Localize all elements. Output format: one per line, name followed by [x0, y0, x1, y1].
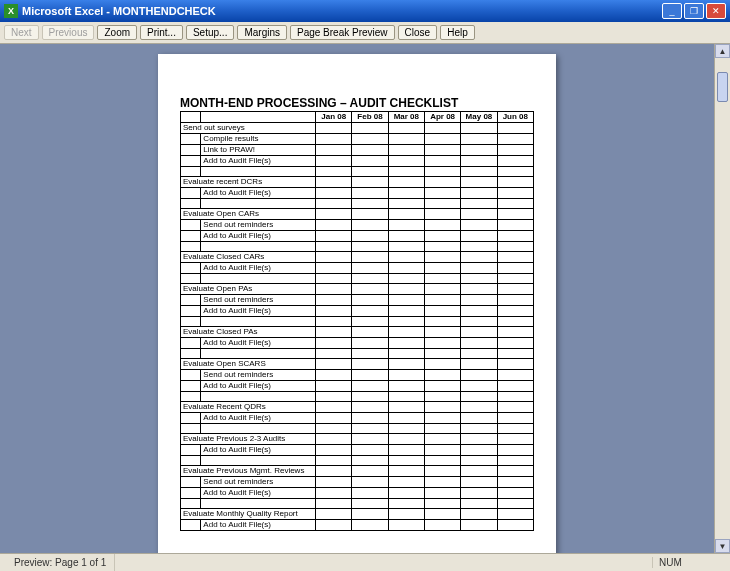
section-cell: Send out surveys — [181, 123, 316, 134]
month-cell — [497, 274, 533, 284]
month-cell — [388, 381, 424, 392]
task-cell: Add to Audit File(s) — [201, 231, 316, 242]
table-row — [181, 456, 534, 466]
statusbar: Preview: Page 1 of 1 NUM — [0, 553, 730, 571]
month-cell — [388, 327, 424, 338]
month-cell — [352, 263, 388, 274]
month-cell — [497, 284, 533, 295]
month-cell — [352, 252, 388, 263]
month-cell — [497, 145, 533, 156]
month-header: Jan 08 — [316, 112, 352, 123]
next-button[interactable]: Next — [4, 25, 39, 40]
excel-icon: X — [4, 4, 18, 18]
table-row — [181, 274, 534, 284]
month-cell — [497, 520, 533, 531]
month-header: Mar 08 — [388, 112, 424, 123]
title-sep: - — [103, 5, 113, 17]
indent-cell — [181, 242, 201, 252]
month-cell — [388, 252, 424, 263]
status-num-indicator: NUM — [652, 557, 688, 568]
month-cell — [497, 413, 533, 424]
indent-cell — [181, 295, 201, 306]
month-cell — [352, 466, 388, 477]
month-cell — [424, 209, 460, 220]
month-cell — [461, 456, 497, 466]
indent-cell — [181, 520, 201, 531]
maximize-button[interactable]: ❐ — [684, 3, 704, 19]
month-cell — [352, 445, 388, 456]
setup-button[interactable]: Setup... — [186, 25, 234, 40]
month-cell — [497, 263, 533, 274]
month-cell — [461, 274, 497, 284]
table-row: Evaluate Closed CARs — [181, 252, 534, 263]
table-row: Add to Audit File(s) — [181, 231, 534, 242]
section-cell: Evaluate recent DCRs — [181, 177, 316, 188]
month-cell — [316, 220, 352, 231]
indent-cell — [181, 231, 201, 242]
help-button[interactable]: Help — [440, 25, 475, 40]
zoom-button[interactable]: Zoom — [97, 25, 137, 40]
month-cell — [316, 381, 352, 392]
table-row: Add to Audit File(s) — [181, 413, 534, 424]
scroll-thumb[interactable] — [717, 72, 728, 102]
month-cell — [316, 231, 352, 242]
month-cell — [352, 327, 388, 338]
minimize-button[interactable]: _ — [662, 3, 682, 19]
task-cell — [201, 274, 316, 284]
month-cell — [388, 349, 424, 359]
month-cell — [461, 209, 497, 220]
paper-area[interactable]: MONTH-END PROCESSING – AUDIT CHECKLIST J… — [0, 44, 714, 553]
table-row — [181, 317, 534, 327]
month-cell — [497, 509, 533, 520]
indent-cell — [181, 413, 201, 424]
task-cell: Send out reminders — [201, 370, 316, 381]
previous-button[interactable]: Previous — [42, 25, 95, 40]
month-cell — [388, 156, 424, 167]
task-cell — [201, 242, 316, 252]
month-cell — [461, 359, 497, 370]
month-cell — [461, 477, 497, 488]
close-window-button[interactable]: ✕ — [706, 3, 726, 19]
indent-cell — [181, 306, 201, 317]
vertical-scrollbar[interactable]: ▲ ▼ — [714, 44, 730, 553]
month-cell — [388, 499, 424, 509]
month-cell — [316, 413, 352, 424]
table-row: Add to Audit File(s) — [181, 306, 534, 317]
month-cell — [352, 477, 388, 488]
month-cell — [497, 295, 533, 306]
month-cell — [424, 317, 460, 327]
month-cell — [352, 338, 388, 349]
month-cell — [424, 424, 460, 434]
close-preview-button[interactable]: Close — [398, 25, 438, 40]
month-cell — [388, 263, 424, 274]
page-break-preview-button[interactable]: Page Break Preview — [290, 25, 395, 40]
table-row: Link to PRAW! — [181, 145, 534, 156]
month-cell — [461, 327, 497, 338]
month-cell — [316, 327, 352, 338]
month-cell — [316, 188, 352, 199]
month-cell — [352, 274, 388, 284]
month-cell — [424, 263, 460, 274]
month-cell — [388, 424, 424, 434]
month-cell — [461, 338, 497, 349]
month-cell — [424, 349, 460, 359]
month-cell — [497, 123, 533, 134]
indent-cell — [181, 145, 201, 156]
table-row: Add to Audit File(s) — [181, 338, 534, 349]
month-header: Jun 08 — [497, 112, 533, 123]
task-cell: Add to Audit File(s) — [201, 188, 316, 199]
scroll-down-arrow-icon[interactable]: ▼ — [715, 539, 730, 553]
month-cell — [352, 509, 388, 520]
scroll-up-arrow-icon[interactable]: ▲ — [715, 44, 730, 58]
month-cell — [497, 466, 533, 477]
task-cell — [201, 349, 316, 359]
task-cell — [201, 424, 316, 434]
margins-button[interactable]: Margins — [237, 25, 287, 40]
print-button[interactable]: Print... — [140, 25, 183, 40]
month-cell — [461, 295, 497, 306]
month-cell — [352, 520, 388, 531]
indent-cell — [181, 499, 201, 509]
month-cell — [424, 177, 460, 188]
task-cell: Add to Audit File(s) — [201, 413, 316, 424]
month-cell — [316, 209, 352, 220]
